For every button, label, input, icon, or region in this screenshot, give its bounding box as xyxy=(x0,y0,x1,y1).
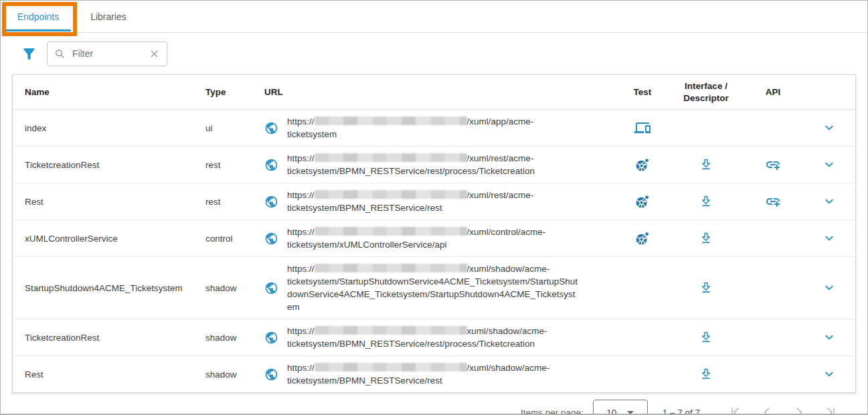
endpoint-type: ui xyxy=(205,123,264,133)
first-page-icon[interactable] xyxy=(727,404,743,415)
globe-icon xyxy=(264,232,278,246)
endpoint-name: index xyxy=(25,123,205,133)
filter-icon[interactable] xyxy=(21,45,38,62)
filter-input-box xyxy=(47,42,167,66)
pagination-nav xyxy=(727,404,839,415)
column-header-url: URL xyxy=(264,87,612,97)
tab-bar: Endpoints Libraries xyxy=(1,1,867,33)
tab-endpoints[interactable]: Endpoints xyxy=(1,1,76,32)
endpoint-name: Rest xyxy=(25,197,205,207)
test-cell xyxy=(635,194,650,210)
download-descriptor-icon[interactable] xyxy=(699,231,713,246)
descriptor-cell xyxy=(699,330,713,345)
descriptor-cell xyxy=(699,231,713,246)
chevron-down-icon[interactable] xyxy=(821,329,837,345)
chevron-down-icon[interactable] xyxy=(821,280,837,296)
test-cell xyxy=(634,120,650,136)
table-row: Rest shadow https:///xuml/shadow/acme-ti… xyxy=(13,356,855,392)
endpoint-url-cell: https:///xuml/shadow/acme-ticketsystem/B… xyxy=(264,356,612,392)
expand-cell xyxy=(821,120,837,136)
table-row: TicketcreationRest shadow https://xuml/s… xyxy=(13,319,855,356)
endpoint-url[interactable]: https:///xuml/shadow/acme-ticketsystem/B… xyxy=(287,361,578,387)
endpoint-name: StartupShutdown4ACME_Ticketsystem xyxy=(25,283,205,293)
descriptor-cell xyxy=(699,280,713,295)
tab-libraries-label: Libraries xyxy=(90,11,126,22)
chevron-down-icon[interactable] xyxy=(821,193,837,210)
table-row: index ui https:///xuml/app/acme-ticketsy… xyxy=(13,110,855,147)
filter-row xyxy=(1,33,867,74)
add-api-link-icon[interactable] xyxy=(765,193,781,210)
expand-cell xyxy=(821,280,837,296)
redacted-url-segment xyxy=(315,227,467,236)
endpoint-url[interactable]: https:///xuml/rest/acme-ticketsystem/BPM… xyxy=(287,189,578,214)
globe-icon xyxy=(264,195,278,209)
search-icon xyxy=(54,48,66,60)
column-header-type: Type xyxy=(205,87,264,97)
filter-input[interactable] xyxy=(71,48,149,60)
add-api-link-icon[interactable] xyxy=(765,157,781,173)
redacted-url-segment xyxy=(315,326,467,335)
swagger-test-icon[interactable] xyxy=(635,157,650,173)
endpoint-type: shadow xyxy=(205,283,264,293)
table-header-row: Name Type URL Test Interface / Descripto… xyxy=(13,75,855,110)
devices-test-icon[interactable] xyxy=(634,120,650,136)
descriptor-cell xyxy=(699,367,713,382)
column-header-api: API xyxy=(766,86,781,98)
expand-cell xyxy=(821,193,837,210)
endpoint-url-cell: https:///xuml/shadow/acme-ticketsystem/S… xyxy=(264,257,612,319)
endpoints-page: Endpoints Libraries Name Type URL Test xyxy=(0,0,868,415)
page-size-select[interactable]: 10 xyxy=(593,400,648,415)
table-row: StartupShutdown4ACME_Ticketsystem shadow… xyxy=(13,257,855,319)
descriptor-cell xyxy=(699,194,713,209)
column-header-descriptor: Interface / Descriptor xyxy=(683,80,729,104)
items-per-page-label: Items per page: xyxy=(521,408,584,415)
next-page-icon[interactable] xyxy=(791,404,807,415)
redacted-url-segment xyxy=(315,116,467,125)
chevron-down-icon[interactable] xyxy=(821,120,837,136)
endpoints-table: Name Type URL Test Interface / Descripto… xyxy=(12,74,856,393)
download-descriptor-icon[interactable] xyxy=(699,367,713,382)
previous-page-icon[interactable] xyxy=(759,404,775,415)
chevron-down-icon[interactable] xyxy=(821,230,837,246)
download-descriptor-icon[interactable] xyxy=(699,330,713,345)
table-row: TicketcreationRest rest https:///xuml/re… xyxy=(13,147,855,183)
globe-icon xyxy=(264,367,278,382)
redacted-url-segment xyxy=(315,264,467,272)
expand-cell xyxy=(821,230,837,246)
endpoint-url[interactable]: https:///xuml/control/acme-ticketsystem/… xyxy=(287,226,578,251)
page-size-value: 10 xyxy=(606,408,616,415)
endpoint-url[interactable]: https:///xuml/app/acme-ticketsystem xyxy=(287,115,578,141)
test-cell xyxy=(635,231,650,246)
descriptor-cell xyxy=(699,157,713,172)
last-page-icon[interactable] xyxy=(823,404,839,415)
redacted-url-segment xyxy=(315,363,467,371)
endpoint-type: rest xyxy=(205,160,264,170)
endpoint-url-cell: https:///xuml/app/acme-ticketsystem xyxy=(264,110,612,146)
table-body: index ui https:///xuml/app/acme-ticketsy… xyxy=(13,110,855,392)
chevron-down-icon[interactable] xyxy=(821,366,837,382)
swagger-test-icon[interactable] xyxy=(635,194,650,210)
endpoint-name: TicketcreationRest xyxy=(25,160,205,170)
api-cell xyxy=(765,157,781,173)
endpoint-url-cell: https://xuml/shadow/acme-ticketsystem/BP… xyxy=(264,319,612,355)
column-header-name: Name xyxy=(25,87,205,97)
download-descriptor-icon[interactable] xyxy=(699,280,713,295)
download-descriptor-icon[interactable] xyxy=(699,194,713,209)
endpoint-name: xUMLControllerService xyxy=(25,234,205,244)
tab-endpoints-label: Endpoints xyxy=(17,11,59,22)
chevron-down-icon[interactable] xyxy=(821,157,837,173)
endpoint-url-cell: https:///xuml/rest/acme-ticketsystem/BPM… xyxy=(264,183,612,220)
redacted-url-segment xyxy=(315,190,467,199)
tab-libraries[interactable]: Libraries xyxy=(76,1,141,32)
active-tab-indicator xyxy=(5,29,71,31)
endpoint-url[interactable]: https://xuml/shadow/acme-ticketsystem/BP… xyxy=(287,325,578,350)
endpoint-type: shadow xyxy=(205,369,264,380)
endpoint-url[interactable]: https:///xuml/shadow/acme-ticketsystem/S… xyxy=(287,262,578,313)
swagger-test-icon[interactable] xyxy=(635,231,650,246)
globe-icon xyxy=(264,121,278,135)
clear-icon[interactable] xyxy=(149,48,160,60)
range-label: 1 – 7 of 7 xyxy=(663,408,700,415)
endpoint-url[interactable]: https:///xuml/rest/acme-ticketsystem/BPM… xyxy=(287,152,578,177)
download-descriptor-icon[interactable] xyxy=(699,157,713,172)
endpoint-type: control xyxy=(205,234,264,244)
